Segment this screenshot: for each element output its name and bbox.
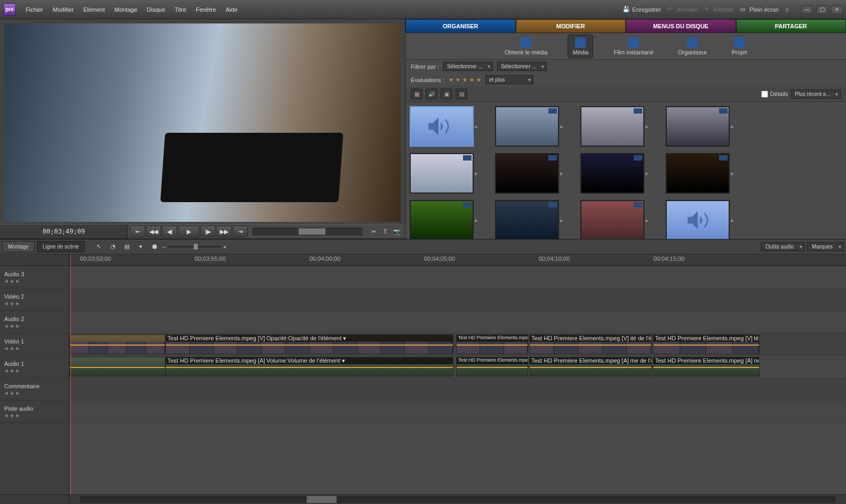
tab-montage[interactable]: Montage: [2, 241, 35, 252]
tab-modify[interactable]: MODIFIER: [516, 19, 626, 33]
scrub-handle-icon[interactable]: ▸: [645, 217, 653, 224]
scrub-handle-icon[interactable]: ▸: [645, 123, 653, 130]
home-button[interactable]: ⌂: [782, 5, 796, 14]
scrub-handle-icon[interactable]: ▸: [731, 123, 738, 130]
timeline-scrollbar[interactable]: [0, 494, 846, 504]
track-audio2[interactable]: [69, 311, 846, 333]
scrub-handle-icon[interactable]: ▸: [731, 170, 738, 177]
fullscreen-button[interactable]: ▭ Plein écran: [737, 5, 782, 14]
track-audio3[interactable]: [69, 266, 846, 289]
zoom-out-icon[interactable]: −: [163, 244, 166, 250]
track-toggle-icon[interactable]: ◀: [4, 278, 8, 284]
menu-montage[interactable]: Montage: [113, 5, 140, 14]
track-header-audio1[interactable]: Audio 1◀◆▶: [0, 356, 69, 378]
track-lock-icon[interactable]: ◆: [10, 390, 14, 396]
menu-fenetre[interactable]: Fenêtre: [194, 5, 218, 14]
selection-tool-icon[interactable]: ↖: [93, 242, 105, 252]
details-checkbox-input[interactable]: [761, 91, 768, 98]
track-header-soundtrack[interactable]: Piste audio◀◆▶: [0, 401, 69, 423]
track-toggle-icon[interactable]: ◀: [4, 323, 8, 329]
scrub-handle-icon[interactable]: ▸: [560, 123, 568, 130]
star-icon[interactable]: ★: [469, 77, 474, 83]
track-soundtrack[interactable]: [69, 401, 846, 423]
menu-fichier[interactable]: Fichier: [23, 5, 45, 14]
undo-button[interactable]: ↶ Annuler: [664, 5, 700, 14]
zoom-slider[interactable]: − +: [163, 243, 227, 251]
track-toggle-icon[interactable]: ▶: [16, 346, 20, 351]
media-thumb-video[interactable]: [495, 200, 559, 239]
menu-titre[interactable]: Titre: [173, 5, 189, 14]
goto-in-button[interactable]: ⇤: [130, 226, 145, 237]
media-thumb-video[interactable]: [580, 200, 644, 239]
menu-element[interactable]: Elément: [81, 5, 107, 14]
program-monitor[interactable]: [4, 23, 401, 222]
rewind-button[interactable]: ◀◀: [146, 226, 161, 237]
video-clip[interactable]: [69, 334, 165, 354]
track-toggle-icon[interactable]: ◀: [4, 346, 8, 351]
menu-aide[interactable]: Aide: [224, 5, 240, 14]
ruler-content[interactable]: 00;03;50;00 00;03;55;00 00;04;00;00 00;0…: [69, 254, 846, 266]
organizer-button[interactable]: Organiseur: [674, 35, 711, 58]
track-header-narration[interactable]: Commentaire◀◆▶: [0, 378, 69, 401]
track-toggle-icon[interactable]: ◀: [4, 390, 8, 396]
track-toggle-icon[interactable]: ◀: [4, 368, 8, 373]
media-thumb-video[interactable]: [666, 106, 730, 147]
view-all-icon[interactable]: ▤: [456, 89, 467, 99]
track-toggle-icon[interactable]: ▶: [16, 301, 20, 306]
goto-out-button[interactable]: ⇥: [233, 226, 248, 237]
media-thumb-video[interactable]: [580, 106, 644, 147]
track-narration[interactable]: [69, 378, 846, 401]
media-button[interactable]: Média: [568, 35, 593, 58]
window-maximize[interactable]: ▢: [816, 5, 828, 14]
details-checkbox[interactable]: Détails: [761, 91, 788, 98]
scrub-handle-icon[interactable]: ▸: [645, 170, 653, 177]
window-close[interactable]: ✕: [831, 5, 843, 14]
filter-type-select[interactable]: Sélectionner ...: [443, 62, 493, 71]
markers-dropdown[interactable]: Marques: [807, 242, 844, 251]
audio-clip[interactable]: Test HD Premiere Elements.mpe: [456, 357, 528, 377]
tab-organize[interactable]: ORGANISER: [405, 19, 516, 33]
scrub-handle-icon[interactable]: ▸: [475, 123, 482, 130]
menu-modifier[interactable]: Modifier: [51, 5, 76, 14]
track-lock-icon[interactable]: ◆: [10, 368, 14, 373]
scrub-handle-icon[interactable]: ▸: [475, 217, 482, 224]
marker-icon[interactable]: ⬣: [149, 242, 161, 252]
tab-share[interactable]: PARTAGER: [736, 19, 847, 33]
timeline-ruler[interactable]: 00;03;50;00 00;03;55;00 00;04;00;00 00;0…: [0, 254, 846, 266]
menu-disque[interactable]: Disque: [145, 5, 167, 14]
fast-forward-button[interactable]: ▶▶: [217, 226, 232, 237]
scrub-handle-icon[interactable]: ▸: [475, 170, 482, 177]
media-thumb-video[interactable]: [495, 106, 559, 147]
media-thumb-video[interactable]: [410, 200, 474, 239]
star-icon[interactable]: ★: [476, 77, 481, 83]
tracks-area[interactable]: Test HD Premiere Elements.mpeg [V] Opaci…: [69, 266, 846, 494]
audio-tools-dropdown[interactable]: Outils audio: [761, 242, 805, 251]
track-header-video2[interactable]: Vidéo 2◀◆▶: [0, 289, 69, 311]
playhead-indicator[interactable]: [70, 254, 71, 266]
step-back-button[interactable]: ◀|: [162, 226, 177, 237]
media-thumb-video[interactable]: [666, 153, 730, 194]
play-button[interactable]: ▶: [178, 226, 199, 237]
shuttle-slider[interactable]: [253, 228, 362, 235]
instant-movie-button[interactable]: Film instantané: [609, 35, 658, 58]
audio-clip[interactable]: Test HD Premiere Elements.mpeg [A] me de…: [529, 357, 652, 377]
track-toggle-icon[interactable]: ◀: [4, 413, 8, 418]
rating-stars[interactable]: ★ ★ ★ ★ ★: [449, 77, 481, 83]
video-clip[interactable]: Test HD Premiere Elements.mpeg [V] té:O: [653, 334, 760, 354]
track-lock-icon[interactable]: ◆: [10, 346, 14, 351]
track-toggle-icon[interactable]: ◀: [4, 301, 8, 306]
step-forward-button[interactable]: |▶: [201, 226, 216, 237]
project-button[interactable]: Projet: [727, 35, 751, 58]
view-audio-icon[interactable]: 🔊: [426, 89, 437, 99]
track-video2[interactable]: [69, 289, 846, 311]
media-thumb-video[interactable]: [580, 153, 644, 194]
scrub-handle-icon[interactable]: ▸: [560, 170, 568, 177]
redo-button[interactable]: ↷ Rétablir: [700, 5, 737, 14]
track-toggle-icon[interactable]: ▶: [16, 278, 20, 284]
window-minimize[interactable]: —: [801, 5, 813, 14]
track-video1[interactable]: Test HD Premiere Elements.mpeg [V] Opaci…: [69, 333, 846, 356]
freeze-frame-icon[interactable]: 📷: [392, 227, 402, 236]
smart-fix-icon[interactable]: ✦: [135, 242, 147, 252]
rating-mode-select[interactable]: et plus: [485, 75, 533, 84]
track-lock-icon[interactable]: ◆: [10, 413, 14, 418]
